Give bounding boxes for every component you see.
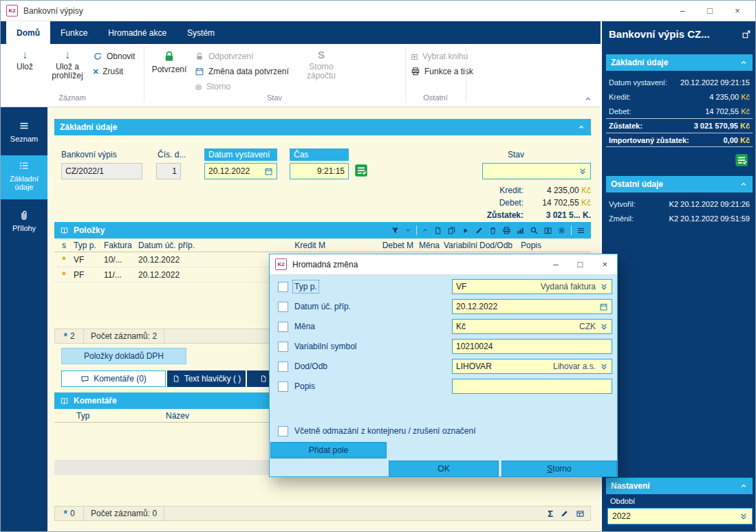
field-value: Kč — [456, 322, 466, 331]
close-button[interactable]: × — [602, 259, 607, 269]
chart-icon[interactable] — [516, 226, 525, 235]
table-icon[interactable] — [576, 509, 585, 518]
dropdown-chevrons-icon[interactable] — [739, 512, 748, 520]
typ-dropdown[interactable]: VF Vydaná faktura — [452, 279, 612, 294]
period-dropdown[interactable]: 2022 — [607, 508, 753, 524]
save-and-view-button[interactable]: ↓ Ulož a prohlížej — [45, 45, 90, 91]
dph-items-button[interactable]: Položky dokladů DPH — [61, 348, 186, 364]
ribbon-tab-system[interactable]: Systém — [177, 21, 225, 44]
column-header[interactable]: Variabilní — [438, 241, 479, 250]
column-header[interactable]: Typ p. — [74, 241, 104, 250]
dropdown-chevrons-icon[interactable] — [600, 282, 608, 291]
sidebar-item-seznam[interactable]: Seznam — [1, 115, 47, 151]
edit-icon[interactable] — [560, 509, 569, 518]
edit-icon[interactable] — [475, 226, 484, 235]
sum-icon[interactable]: Σ — [548, 509, 553, 519]
dododb-checkbox[interactable] — [278, 362, 288, 372]
copy-icon[interactable] — [447, 226, 456, 235]
column-header[interactable]: s — [54, 241, 74, 250]
collapse-up-icon[interactable] — [422, 227, 429, 234]
dropdown-chevrons-icon[interactable] — [579, 167, 587, 175]
mena-dropdown[interactable]: Kč CZK — [452, 319, 612, 334]
container-option-checkbox[interactable] — [278, 426, 288, 436]
cancel-button[interactable]: × Zrušit — [93, 65, 123, 78]
dododb-label: Dod/Odb — [294, 362, 327, 371]
save-icon: ↓ — [22, 49, 28, 60]
calendar-icon[interactable] — [264, 167, 273, 176]
amount: 4 235,00 — [709, 93, 739, 101]
maximize-button[interactable]: □ — [578, 259, 583, 269]
minimize-button[interactable]: – — [553, 259, 558, 269]
column-header[interactable]: Typ — [54, 411, 166, 421]
collapse-chevron-icon[interactable] — [739, 180, 748, 188]
confirm-button[interactable]: Potvrzení — [149, 45, 189, 91]
storno-button-ribbon[interactable]: ⊗ Storno — [195, 80, 230, 93]
column-header[interactable]: Měna — [413, 241, 438, 250]
column-header[interactable]: Dod/Odb — [479, 241, 521, 250]
ribbon-tab-hromadne-akce[interactable]: Hromadné akce — [98, 21, 177, 44]
search-icon[interactable] — [530, 226, 539, 235]
add-field-button[interactable]: Přidat pole — [270, 442, 387, 458]
calendar-icon[interactable] — [599, 302, 608, 311]
close-button[interactable]: × — [724, 1, 751, 21]
dropdown-chevrons-icon[interactable] — [600, 322, 608, 331]
columns-icon[interactable] — [543, 226, 552, 235]
column-header[interactable]: Kredit M — [202, 241, 325, 250]
checklist-button[interactable] — [354, 164, 369, 179]
typ-checkbox[interactable] — [278, 282, 288, 292]
change-confirm-date-button[interactable]: Změna data potvrzení — [195, 65, 289, 78]
delete-icon[interactable] — [488, 226, 497, 235]
maximize-button[interactable]: □ — [696, 1, 724, 21]
ribbon-collapse-chevron-icon[interactable] — [584, 95, 592, 103]
doc-number-field[interactable]: 1 — [156, 163, 181, 179]
unconfirm-button[interactable]: Odpotvrzení — [195, 49, 253, 63]
issue-date-field[interactable]: 20.12.2022 — [204, 163, 277, 179]
column-header[interactable]: Faktura — [104, 241, 138, 250]
settings-gear-icon[interactable] — [557, 226, 566, 235]
sidebar-item-zakladni-udaje[interactable]: Základní údaje — [1, 155, 47, 199]
popis-field[interactable] — [452, 379, 612, 394]
sidebar-item-prilohy[interactable]: Přílohy — [1, 205, 47, 242]
variabilni-checkbox[interactable] — [278, 342, 288, 352]
caret-down-icon[interactable] — [404, 227, 411, 234]
refresh-button[interactable]: Obnovit — [93, 49, 135, 63]
run-icon[interactable] — [461, 226, 470, 235]
ribbon-tab-domu[interactable]: Domů — [6, 21, 50, 44]
minimize-button[interactable]: – — [669, 1, 696, 21]
storno-button[interactable]: Storno — [501, 461, 617, 477]
collapse-chevron-icon[interactable] — [739, 58, 748, 67]
functions-print-button[interactable]: Funkce a tisk — [411, 65, 473, 78]
storno-offset-button[interactable]: S Storno zápočtu — [301, 45, 342, 91]
bank-statement-field[interactable]: CZ/2022/1 — [61, 163, 142, 179]
column-header[interactable]: Název — [166, 411, 189, 421]
ribbon-tab-funkce[interactable]: Funkce — [50, 21, 98, 44]
column-header[interactable]: Debet M — [325, 241, 413, 250]
new-document-icon[interactable] — [433, 226, 442, 235]
grid-menu-icon[interactable] — [576, 226, 585, 235]
mena-checkbox[interactable] — [278, 322, 288, 332]
datum-checkbox[interactable] — [278, 302, 288, 312]
collapse-chevron-icon[interactable] — [577, 123, 585, 131]
issue-time-field[interactable]: 9:21:15 — [290, 163, 349, 179]
save-button[interactable]: ↓ Ulož — [6, 45, 43, 91]
ribbon-tab-bar: Domů Funkce Hromadné akce Systém — [1, 21, 601, 44]
checklist-button[interactable] — [735, 153, 748, 167]
collapse-chevron-icon[interactable] — [739, 482, 748, 490]
dododb-dropdown[interactable]: LIHOVAR Lihovar a.s. — [452, 359, 612, 374]
tab-komentare[interactable]: Komentáře (0) — [61, 370, 166, 387]
column-header[interactable]: Datum úč. příp. — [138, 241, 202, 250]
select-book-button[interactable]: ⊞ Vybrat knihu — [411, 49, 468, 63]
variabilni-field[interactable]: 10210024 — [452, 339, 612, 354]
column-header[interactable]: Popis — [521, 241, 559, 250]
status-dropdown[interactable] — [482, 163, 591, 179]
tab-text-hlavicky[interactable]: Text hlavičky ( ) — [167, 370, 246, 387]
sidebar-item-label: Přílohy — [12, 224, 36, 232]
dropdown-chevrons-icon[interactable] — [600, 362, 608, 370]
ok-button[interactable]: OK — [389, 461, 499, 477]
filter-icon[interactable] — [391, 226, 400, 235]
datum-field[interactable]: 20.12.2022 — [452, 299, 612, 314]
print-icon[interactable] — [502, 226, 511, 235]
popis-checkbox[interactable] — [278, 381, 288, 392]
panel-row-zustatek: Zůstatek: 3 021 570,95 Kč — [606, 118, 753, 133]
open-in-window-icon[interactable] — [742, 30, 751, 39]
